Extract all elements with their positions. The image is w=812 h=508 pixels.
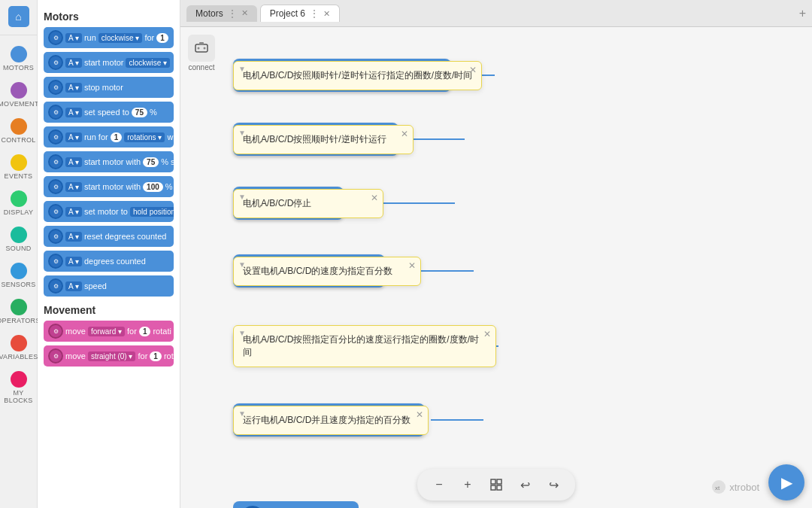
tab-add-button[interactable]: +	[799, 7, 806, 20]
block-degrees-counted[interactable]: ⚙ A ▾ degrees counted	[44, 251, 174, 272]
sidebar-item-display[interactable]: DISPLAY	[0, 187, 41, 219]
block-run-clockwise[interactable]: ⚙ A ▾ run clockwise ▾ for 1	[44, 27, 174, 48]
motor-dropdown-10[interactable]: A ▾	[65, 257, 82, 266]
tooltip-4: ▼ ✕ 设置电机A/B/C/D的速度为指定百分数	[233, 257, 421, 286]
film-icon-11: ⚙	[48, 278, 63, 294]
sidebar-item-sensors[interactable]: SENSORS	[0, 260, 41, 291]
block-reset-degrees[interactable]: ⚙ A ▾ reset degrees counted	[44, 226, 174, 247]
runfor-label: run for	[84, 132, 108, 141]
motor-block-partial[interactable]: with 100 % power	[233, 501, 359, 508]
sidebar-item-myblocks[interactable]: MY BLOCKS	[0, 368, 41, 407]
straight-dropdown[interactable]: straight (0) ▾	[88, 351, 136, 361]
close-tooltip-4[interactable]: ✕	[408, 260, 416, 271]
motor-dropdown-8[interactable]: A ▾	[65, 207, 82, 217]
motor-dropdown-3[interactable]: A ▾	[65, 83, 82, 93]
film-icon: ⚙	[48, 30, 63, 45]
motor-dropdown-2[interactable]: A ▾	[65, 58, 82, 68]
motor-dropdown-6[interactable]: A ▾	[65, 157, 82, 167]
direction-dropdown[interactable]: clockwise ▾	[98, 33, 143, 43]
close-tooltip-5[interactable]: ✕	[483, 329, 491, 339]
block-set-motor[interactable]: ⚙ A ▾ set motor to hold position ▾	[44, 201, 174, 222]
move-num-2[interactable]: 1	[150, 351, 162, 361]
tooltip-5: ▼ ✕ 电机A/B/C/D按照指定百分比的速度运行指定的圈数/度数/时间	[233, 325, 496, 367]
block-move-straight[interactable]: ⚙ move straight (0) ▾ for 1 rotati	[44, 345, 174, 367]
sidebar-item-control[interactable]: CONTROL	[0, 115, 41, 147]
block-start-motor[interactable]: ⚙ A ▾ start motor clockwise ▾	[44, 52, 174, 73]
canvas-area[interactable]: connect A ▾ run clockwise ▾ for 1 degree…	[180, 27, 812, 508]
motor-dropdown-11[interactable]: A ▾	[65, 281, 82, 291]
direction-dropdown-2[interactable]: clockwise ▾	[126, 58, 170, 68]
zoom-in-button[interactable]: +	[456, 473, 479, 496]
expand-icon-6[interactable]: ▼	[238, 409, 246, 418]
block-run-for[interactable]: ⚙ A ▾ run for 1 rotations ▾ w	[44, 126, 174, 148]
tab-motors[interactable]: Motors ⋮ ✕	[186, 5, 257, 22]
expand-icon-4[interactable]: ▼	[238, 260, 246, 269]
canvas-block-3: A ▾ stop motor ▼ ✕ 电机A/B/C/D停止	[233, 187, 455, 220]
connect-icon	[188, 35, 215, 62]
canvas-block-4: A ▾ set speed to 75 % ▼ ✕ 设置电机A/B/C/D的速度…	[233, 254, 474, 287]
expand-icon-1[interactable]: ▼	[238, 65, 246, 73]
canvas-block-6: A ▾ start motor with 75 % speed ▼ ✕ 运行电机…	[233, 403, 483, 437]
motor-dropdown[interactable]: A ▾	[65, 33, 82, 43]
sidebar-item-sound[interactable]: SOUND	[0, 224, 41, 255]
tab-motors-close[interactable]: ✕	[241, 8, 248, 18]
motors-label: MOTORS	[3, 64, 34, 71]
undo-button[interactable]: ↩	[514, 473, 536, 496]
close-tooltip-3[interactable]: ✕	[371, 193, 378, 203]
connect-button[interactable]: connect	[188, 35, 215, 71]
rotations-dropdown[interactable]: rotations ▾	[124, 132, 165, 142]
sidebar-item-movement[interactable]: MOVEMENT	[0, 79, 41, 111]
connector-6	[431, 412, 483, 427]
motor-dropdown-5[interactable]: A ▾	[65, 132, 82, 142]
run-button[interactable]: ▶	[768, 464, 804, 500]
block-move-forward[interactable]: ⚙ move forward ▾ for 1 rotati	[44, 321, 174, 342]
home-icon[interactable]: ⌂	[8, 6, 29, 27]
motor-dropdown-9[interactable]: A ▾	[65, 232, 82, 242]
sidebar-item-events[interactable]: EVENTS	[0, 151, 41, 183]
speed-num[interactable]: 75	[132, 108, 147, 117]
block-set-speed[interactable]: ⚙ A ▾ set speed to 75 %	[44, 102, 174, 123]
w-label: w	[167, 132, 173, 141]
block-start-motor-power[interactable]: ⚙ A ▾ start motor with 100 % pow	[44, 176, 174, 197]
film-icon-9: ⚙	[48, 229, 63, 244]
rotations-num[interactable]: 1	[111, 132, 123, 142]
expand-icon-2[interactable]: ▼	[238, 129, 246, 137]
sidebar-item-operators[interactable]: OPERATORS	[0, 296, 41, 327]
tab-project6[interactable]: Project 6 ⋮ ✕	[260, 5, 340, 22]
move-num[interactable]: 1	[139, 327, 151, 336]
variables-dot	[11, 335, 27, 351]
tab-motors-more[interactable]: ⋮	[228, 8, 237, 19]
sidebar: ⌂ MOTORS MOVEMENT CONTROL EVENTS DISPLAY…	[0, 0, 180, 508]
expand-icon-3[interactable]: ▼	[238, 193, 246, 201]
close-tooltip-1[interactable]: ✕	[469, 65, 477, 75]
canvas-block-7: with 100 % power	[233, 501, 359, 508]
power-num[interactable]: 100	[143, 182, 163, 192]
zoom-out-button[interactable]: −	[428, 473, 450, 496]
close-tooltip-2[interactable]: ✕	[401, 129, 408, 139]
display-dot	[11, 190, 27, 207]
block-start-motor-speed[interactable]: ⚙ A ▾ start motor with 75 % spee	[44, 151, 174, 172]
film-icon-7: ⚙	[48, 179, 63, 194]
expand-icon-5[interactable]: ▼	[238, 329, 246, 337]
degrees-num[interactable]: 1	[156, 33, 168, 43]
film-icon-4: ⚙	[48, 105, 63, 120]
svg-rect-13	[497, 485, 501, 490]
direction-dropdown-m[interactable]: forward ▾	[88, 327, 125, 336]
block-speed[interactable]: ⚙ A ▾ speed	[44, 275, 174, 297]
tooltip-text-1: 电机A/B/C/D按照顺时针/逆时针运行指定的圈数/度数/时间	[243, 70, 472, 81]
holdpos-dropdown[interactable]: hold position ▾	[130, 207, 174, 217]
motor-dropdown-4[interactable]: A ▾	[65, 108, 82, 117]
tab-project6-close[interactable]: ✕	[323, 9, 330, 19]
close-tooltip-6[interactable]: ✕	[416, 409, 423, 420]
fit-button[interactable]	[485, 473, 508, 496]
movement-label: MOVEMENT	[0, 100, 39, 108]
svg-rect-12	[491, 485, 495, 490]
startspeed-num[interactable]: 75	[143, 157, 159, 167]
motor-dropdown-7[interactable]: A ▾	[65, 182, 82, 192]
tab-project6-more[interactable]: ⋮	[310, 8, 319, 19]
move-label-2: move	[65, 351, 86, 360]
redo-button[interactable]: ↪	[542, 473, 565, 496]
sidebar-item-variables[interactable]: VARIABLES	[0, 332, 41, 364]
sidebar-item-motors[interactable]: MOTORS	[0, 43, 41, 75]
block-stop-motor[interactable]: ⚙ A ▾ stop motor	[44, 77, 174, 98]
